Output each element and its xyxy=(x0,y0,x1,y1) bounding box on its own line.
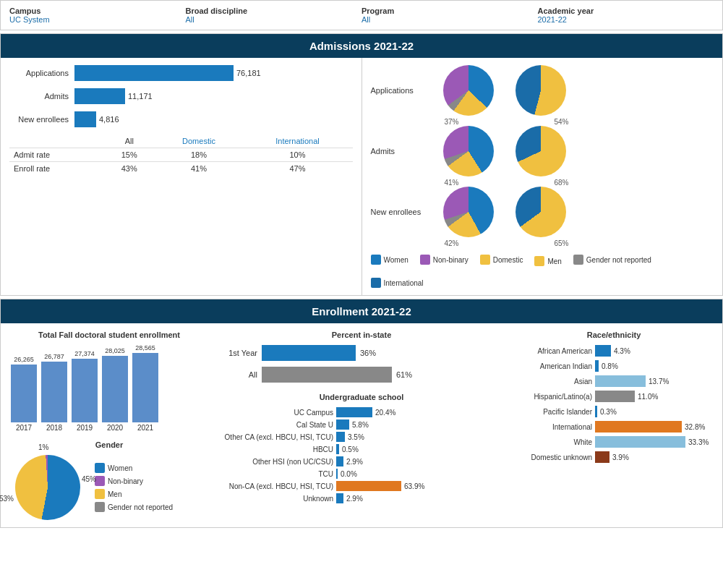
gender-legend-nonbinary: Non-binary xyxy=(95,476,173,486)
discipline-filter[interactable]: Broad discipline All xyxy=(186,7,362,24)
gender-legend-gnr: Gender not reported xyxy=(95,502,173,512)
trend-year-2020: 2020 xyxy=(107,424,123,432)
race-title: Race/ethnicity xyxy=(513,331,715,339)
enrollment-header: Enrollment 2021-22 xyxy=(1,299,722,323)
admits-bar-row: Admits 11,171 xyxy=(9,88,353,104)
gender-legend-gnr-label: Gender not reported xyxy=(108,503,173,511)
trend-bar-2019 xyxy=(72,359,98,422)
ugschool-tcu-label: TCU xyxy=(218,470,333,478)
ugschool-otherhsi: Other HSI (non UC/CSU) 2.9% xyxy=(218,456,505,466)
trend-chart: 26,265 2017 26,787 2018 27,374 2019 28,0… xyxy=(8,345,210,432)
ugschool-nonca-val: 63.9% xyxy=(404,482,424,490)
admits-bar xyxy=(74,88,125,104)
program-label: Program xyxy=(362,7,538,15)
ugschool-hbcu-bar xyxy=(336,444,339,454)
gender-legend-women-label: Women xyxy=(108,464,132,472)
applications-bar-container: 76,181 xyxy=(74,65,261,81)
gender-pie-wrap: 53% 45% 1% xyxy=(15,455,80,520)
instate-row-1st: 1st Year 36% xyxy=(218,345,505,361)
applications-bar xyxy=(74,65,234,81)
ugschool-otherhsi-bar xyxy=(336,456,343,466)
col-all: All xyxy=(103,135,155,148)
trend-val-2019: 27,374 xyxy=(74,350,95,357)
admits-pie-right-pct: 68% xyxy=(554,179,568,187)
admit-rate-domestic: 18% xyxy=(155,148,242,162)
academic-year-filter[interactable]: Academic year 2021-22 xyxy=(538,7,714,24)
enroll-rate-row: Enroll rate 43% 41% 47% xyxy=(9,162,353,176)
trend-title: Total Fall doctoral student enrollment xyxy=(8,331,210,339)
race-pi-bar xyxy=(595,406,597,417)
admits-bar-container: 11,171 xyxy=(74,88,153,104)
trend-year-2017: 2017 xyxy=(16,424,32,432)
ugschool-unknown-bar xyxy=(336,493,343,503)
race-white-label: White xyxy=(513,438,592,446)
applications-pie-right-wrap: 54% xyxy=(515,65,566,116)
ugschool-otherhsi-val: 2.9% xyxy=(346,458,363,466)
ugschool-unknown: Unknown 2.9% xyxy=(218,493,505,503)
program-filter[interactable]: Program All xyxy=(362,7,538,24)
enrollees-pie-left-pct: 42% xyxy=(445,239,459,247)
applications-pie-left xyxy=(443,65,494,116)
stats-table: All Domestic International Admit rate 15… xyxy=(9,135,353,175)
ugschool-uc-val: 20.4% xyxy=(375,409,395,417)
instate-val-all: 61% xyxy=(396,370,412,379)
campus-filter[interactable]: Campus UC System xyxy=(9,7,186,24)
academic-year-value: 2021-22 xyxy=(538,15,714,24)
legend-nonbinary-label: Non-binary xyxy=(433,256,469,264)
trend-col-2021: 28,565 2021 xyxy=(132,344,158,432)
race-intl-bar xyxy=(595,421,682,433)
trend-bar-2018 xyxy=(41,362,67,422)
gender-legend-women: Women xyxy=(95,463,173,473)
admits-pie-left xyxy=(443,126,494,176)
admissions-header: Admissions 2021-22 xyxy=(1,34,722,58)
ugschool-calstate-bar xyxy=(336,419,349,430)
enrollment-section: Enrollment 2021-22 Total Fall doctoral s… xyxy=(0,299,723,528)
campus-value: UC System xyxy=(9,15,186,24)
instate-label-all: All xyxy=(218,370,257,379)
race-hispanic: Hispanic/Latino(a) 11.0% xyxy=(513,391,715,402)
ugschool-uc: UC Campus 20.4% xyxy=(218,407,505,417)
ugschool-uc-label: UC Campus xyxy=(218,409,333,417)
applications-pie-group: 37% 54% xyxy=(443,65,566,116)
gender-legend-gnr-dot xyxy=(95,502,105,512)
trend-val-2021: 28,565 xyxy=(135,344,155,351)
admit-rate-row: Admit rate 15% 18% 10% xyxy=(9,148,353,162)
enrollees-bar-container: 4,816 xyxy=(74,111,119,127)
trend-val-2017: 26,265 xyxy=(14,356,34,363)
program-value: All xyxy=(362,15,538,24)
admit-rate-all: 15% xyxy=(103,148,155,162)
legend-men: Men xyxy=(534,256,561,266)
ugschool-nonca-bar xyxy=(336,481,401,491)
gender-legend-nonbinary-dot xyxy=(95,476,105,486)
trend-col-2017: 26,265 2017 xyxy=(11,356,37,432)
applications-label: Applications xyxy=(9,69,74,77)
race-intl-label: International xyxy=(513,423,592,431)
trend-col-2018: 26,787 2018 xyxy=(41,353,67,432)
enrollment-left: Total Fall doctoral student enrollment 2… xyxy=(8,331,210,520)
legend-gnr: Gender not reported xyxy=(573,253,651,266)
admissions-legend: Women Non-binary Domestic Men Gender not… xyxy=(371,253,714,288)
col-domestic: Domestic xyxy=(155,135,242,148)
trend-col-2020: 28,025 2020 xyxy=(102,347,128,432)
admits-value: 11,171 xyxy=(128,92,153,101)
applications-pie-right xyxy=(515,65,566,116)
ugschool-calstate: Cal State U 5.8% xyxy=(218,419,505,430)
applications-pie-right-pct: 54% xyxy=(554,118,568,126)
race-aa-bar xyxy=(595,345,611,357)
campus-label: Campus xyxy=(9,7,186,15)
admits-pie-row: Admits 41% 68% xyxy=(371,126,714,176)
admits-pie-right xyxy=(515,126,566,176)
legend-international: International xyxy=(371,278,424,288)
ugschool-otherca: Other CA (excl. HBCU, HSI, TCU) 3.5% xyxy=(218,432,505,442)
applications-pie-left-pct: 37% xyxy=(445,118,459,126)
discipline-value: All xyxy=(186,15,362,24)
enrollees-pie-right-pct: 65% xyxy=(554,239,568,247)
race-du-label: Domestic unknown xyxy=(513,453,592,461)
legend-domestic-label: Domestic xyxy=(493,256,523,264)
trend-bar-2017 xyxy=(11,365,37,422)
instate-bar-all xyxy=(262,367,392,383)
enrollment-right: Race/ethnicity African American 4.3% Ame… xyxy=(513,331,715,520)
enrollees-pie-label: New enrollees xyxy=(371,208,443,216)
race-aa-val: 4.3% xyxy=(614,347,630,355)
ugschool-nonca-label: Non-CA (excl. HBCU, HSI, TCU) xyxy=(218,482,333,490)
